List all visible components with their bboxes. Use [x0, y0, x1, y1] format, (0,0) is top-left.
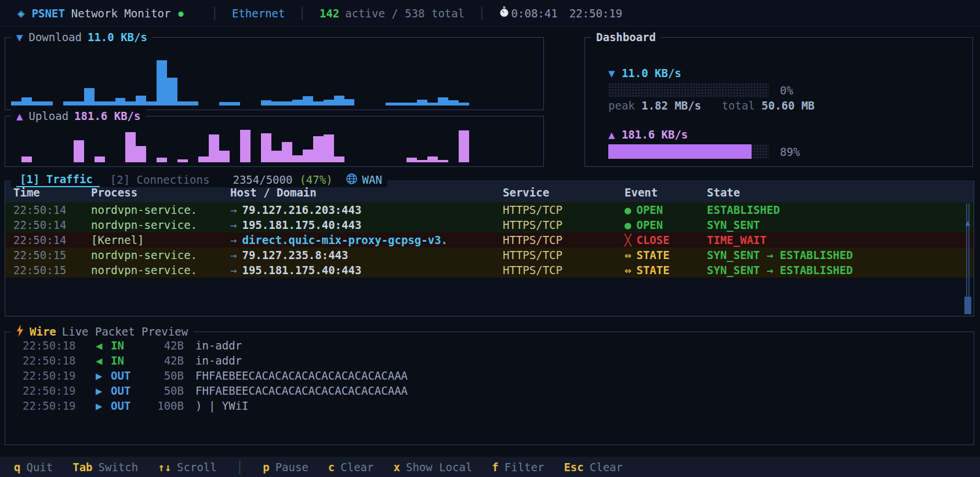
packet-data: in-addr — [184, 339, 974, 352]
chart-bar — [459, 130, 469, 162]
chart-bar — [386, 103, 396, 105]
interface-name: Ethernet — [232, 7, 285, 20]
chart-bar — [157, 60, 167, 105]
chart-bar — [21, 156, 32, 162]
download-rate: 11.0 KB/s — [88, 31, 147, 43]
chart-bar — [74, 101, 84, 105]
arrow-right-icon: → — [230, 249, 237, 261]
chart-bar — [230, 102, 240, 105]
scrollbar[interactable]: ▲ — [964, 203, 972, 314]
hotkey-key: q — [14, 461, 20, 474]
table-row[interactable]: 22:50:15 nordvpn-service. →195.181.175.4… — [5, 263, 974, 278]
chart-bar — [438, 97, 448, 105]
table-row[interactable]: 22:50:14 nordvpn-service. →195.181.175.4… — [5, 217, 974, 232]
separator: │ — [478, 7, 485, 20]
chart-bar — [240, 130, 251, 162]
table-row[interactable]: 22:50:14 nordvpn-service. →79.127.216.20… — [5, 202, 974, 217]
hotkey-label: Show Local — [406, 461, 472, 474]
direction-icon: ▶ — [96, 369, 111, 382]
upload-panel: ▲ Upload 181.6 KB/s — [5, 116, 544, 167]
table-row[interactable]: 22:50:15 nordvpn-service. →79.127.235.8:… — [5, 247, 974, 263]
direction-icon: ▶ — [96, 399, 111, 412]
hotkey-label: Switch — [99, 461, 139, 474]
top-bar: ◈ PSNET Network Monitor ● │ Ethernet │ 1… — [0, 0, 980, 27]
download-percent: 0% — [780, 84, 793, 97]
packet-row: 22:50:19 ▶ OUT 50B FHFAEBEECACACACACACAC… — [5, 368, 974, 383]
download-stats: peak 1.82 MB/s total 50.60 MB — [608, 99, 815, 112]
hotkey-key: Tab — [72, 461, 92, 474]
connection-totals: active / 538 total — [345, 7, 464, 20]
dashboard-title: Dashboard — [591, 30, 661, 45]
chart-bar — [157, 158, 167, 162]
hotkey-show-local[interactable]: xShow Local — [393, 461, 472, 474]
scroll-up-icon[interactable]: ▲ — [964, 219, 972, 227]
packet-row: 22:50:18 ◀ IN 42B in-addr — [5, 353, 974, 368]
hotkey-switch[interactable]: TabSwitch — [72, 461, 138, 474]
hotkey-quit[interactable]: qQuit — [14, 461, 53, 474]
scrollbar-thumb[interactable] — [964, 297, 971, 314]
chart-bar — [448, 100, 459, 105]
tab-traffic[interactable]: [1] Traffic — [16, 173, 100, 187]
hotkey-label: Quit — [26, 461, 53, 474]
hotkey-clear[interactable]: EscClear — [564, 461, 623, 474]
row-time: 22:50:14 — [13, 234, 91, 246]
chart-bar — [406, 158, 417, 162]
hotkey-scroll[interactable]: ↑↓Scroll — [158, 461, 217, 474]
packet-time: 22:50:19 — [23, 399, 96, 412]
row-time: 22:50:14 — [13, 219, 91, 231]
hostname: 79.127.235.8:443 — [242, 249, 348, 261]
dashboard-title-label: Dashboard — [596, 31, 656, 43]
col-state: State — [707, 186, 974, 199]
row-state: SYN_SENT — [707, 219, 974, 231]
row-state: ESTABLISHED — [707, 203, 974, 216]
chart-bar — [344, 99, 355, 105]
chart-bar — [177, 101, 188, 105]
chart-bar — [136, 96, 146, 105]
hostname: 195.181.175.40:443 — [242, 219, 361, 231]
download-rate-value: 11.0 KB/s — [622, 67, 681, 79]
stopwatch-icon — [499, 6, 509, 20]
hotkey-clear[interactable]: cClear — [328, 461, 374, 474]
event-icon: ⇔ — [625, 249, 631, 261]
capacity-percent: (47%) — [299, 173, 332, 186]
chart-bar — [115, 98, 126, 105]
event-label: CLOSE — [636, 234, 669, 246]
chart-bar — [271, 151, 282, 162]
hotkey-filter[interactable]: fFilter — [492, 461, 544, 474]
wire-title: Wire — [30, 325, 56, 338]
event-label: OPEN — [636, 203, 663, 216]
packet-time: 22:50:18 — [23, 339, 96, 352]
app-logo-icon: ◈ — [17, 6, 25, 20]
tab-connections[interactable]: [2] Connections — [110, 173, 210, 186]
peak-value: 1.82 MB/s — [641, 99, 701, 112]
chart-bar — [21, 97, 32, 105]
globe-icon — [346, 173, 358, 187]
packet-data: in-addr — [184, 354, 974, 367]
hotkey-label: Filter — [504, 461, 545, 474]
row-process: nordvpn-service. — [91, 264, 230, 276]
separator: │ — [237, 461, 243, 474]
row-host: →79.127.235.8:443 — [230, 249, 503, 261]
hotkey-key: Esc — [564, 461, 583, 474]
chart-bar — [406, 103, 417, 105]
table-row[interactable]: 22:50:14 [Kernel] →direct.quic-mix-proxy… — [5, 232, 974, 247]
active-count: 142 — [320, 7, 339, 20]
row-service: HTTPS/TCP — [503, 249, 625, 261]
col-service: Service — [503, 186, 625, 199]
hostname: 195.181.175.40:443 — [242, 264, 361, 276]
chart-bar — [125, 132, 136, 162]
upload-progress-fill — [608, 144, 752, 159]
chart-bar — [95, 156, 105, 162]
upload-panel-title: ▲ Upload 181.6 KB/s — [11, 108, 146, 123]
chart-bar — [209, 134, 219, 162]
status-dot-icon: ● — [178, 8, 183, 19]
row-process: nordvpn-service. — [91, 219, 230, 231]
status-bar: qQuit TabSwitch ↑↓Scroll │ pPause cClear… — [0, 457, 980, 477]
chart-bar — [219, 151, 230, 162]
row-time: 22:50:15 — [13, 249, 91, 261]
hotkey-pause[interactable]: pPause — [263, 461, 308, 474]
chart-bar — [219, 102, 230, 105]
chart-bar — [427, 156, 438, 162]
wire-rows: 22:50:18 ◀ IN 42B in-addr 22:50:18 ◀ IN … — [5, 332, 974, 413]
capacity-count: 2354/5000 — [233, 173, 292, 186]
